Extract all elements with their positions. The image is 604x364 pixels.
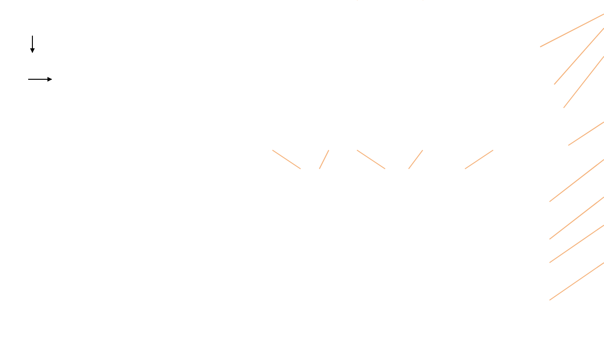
svg-line-6 <box>550 159 604 202</box>
svg-line-9 <box>550 263 604 300</box>
svg-line-3 <box>554 28 604 84</box>
svg-line-13 <box>409 150 423 169</box>
axis-t-arrow <box>28 79 52 80</box>
svg-line-7 <box>550 197 604 239</box>
decor-lines <box>0 0 604 364</box>
axis-i-arrow <box>32 36 33 53</box>
svg-line-11 <box>319 150 329 169</box>
svg-line-12 <box>357 150 385 169</box>
svg-line-2 <box>540 14 604 47</box>
svg-line-14 <box>465 150 493 169</box>
svg-line-4 <box>564 56 604 108</box>
svg-line-5 <box>568 122 604 145</box>
svg-line-8 <box>550 225 604 263</box>
svg-line-10 <box>272 150 301 169</box>
